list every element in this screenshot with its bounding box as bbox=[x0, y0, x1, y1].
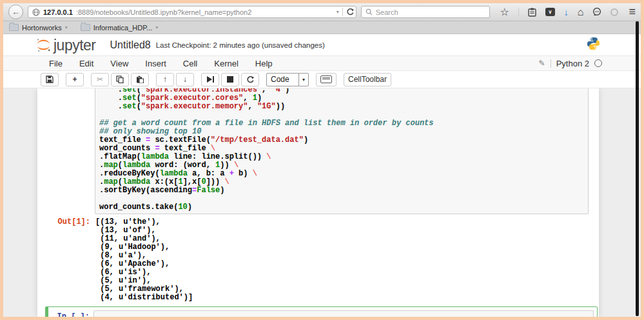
folder-icon bbox=[9, 24, 19, 31]
command-palette-button[interactable] bbox=[316, 73, 337, 86]
celltoolbar-label: CellToolbar bbox=[348, 75, 387, 84]
output-prompt: Out[1]: bbox=[37, 218, 90, 302]
restart-icon bbox=[246, 75, 255, 84]
stop-icon bbox=[227, 76, 233, 83]
browser-window: ← 127.0.0.1:8889/notebooks/Untitled8.ipy… bbox=[0, 0, 644, 320]
save-icon bbox=[46, 75, 54, 83]
select-arrow-icon: ▾ bbox=[298, 74, 308, 86]
menu-cell[interactable]: Cell bbox=[175, 59, 206, 68]
menu-kernel[interactable]: Kernel bbox=[206, 59, 247, 68]
reload-icon[interactable] bbox=[346, 8, 355, 16]
home-icon[interactable]: ⌂ bbox=[578, 7, 584, 17]
bookmark-label: Hortonworks bbox=[22, 24, 62, 32]
checkpoint-status: Last Checkpoint: 2 minutes ago (unsaved … bbox=[156, 41, 325, 49]
input-prompt: In [ ]: bbox=[48, 310, 93, 317]
cut-icon: ✂ bbox=[97, 75, 103, 84]
move-cell-up-button[interactable]: ↑ bbox=[156, 73, 174, 86]
copy-icon bbox=[116, 75, 124, 83]
menu-icon[interactable]: ≡ bbox=[629, 5, 636, 19]
code-editor[interactable]: .set("spark.executor.instances", "4") .s… bbox=[95, 88, 589, 214]
menu-help[interactable]: Help bbox=[247, 59, 281, 68]
jupyter-logo-text: jupyter bbox=[54, 38, 96, 53]
chat-icon[interactable] bbox=[592, 8, 601, 16]
kernel-indicator-area: ✎ Python 2 bbox=[539, 59, 602, 68]
run-icon bbox=[207, 76, 214, 83]
menu-view[interactable]: View bbox=[102, 59, 137, 68]
cell-type-value: Code bbox=[267, 75, 298, 84]
back-arrow-icon: ← bbox=[12, 7, 20, 17]
search-icon bbox=[366, 8, 373, 15]
restart-kernel-button[interactable] bbox=[241, 73, 259, 86]
code-cell-1[interactable]: .set("spark.executor.instances", "4") .s… bbox=[37, 88, 599, 214]
notebook-container: .set("spark.executor.instances", "4") .s… bbox=[37, 88, 599, 317]
jupyter-page: jupyter Untitled8 Last Checkpoint: 2 min… bbox=[3, 34, 641, 317]
interrupt-kernel-button[interactable] bbox=[221, 73, 239, 86]
chevron-down-icon: ▾ bbox=[155, 25, 158, 30]
keyboard-icon bbox=[320, 75, 332, 83]
sync-icon[interactable] bbox=[610, 8, 618, 16]
url-path: :8889/notebooks/Untitled8.ipynb?kernel_n… bbox=[76, 8, 251, 16]
pocket-icon[interactable]: ∨ bbox=[545, 8, 555, 16]
save-button[interactable] bbox=[41, 73, 59, 86]
arrow-down-icon: ↓ bbox=[183, 75, 187, 84]
chevron-down-icon: ▾ bbox=[65, 25, 68, 30]
notebook-header: jupyter Untitled8 Last Checkpoint: 2 min… bbox=[3, 34, 641, 55]
python-logo bbox=[586, 36, 601, 54]
url-bar[interactable]: 127.0.0.1:8889/notebooks/Untitled8.ipynb… bbox=[28, 6, 356, 18]
folder-icon bbox=[81, 24, 90, 31]
jupyter-logo[interactable]: jupyter bbox=[35, 37, 96, 53]
move-cell-down-button[interactable]: ↓ bbox=[176, 73, 194, 86]
plus-icon: + bbox=[72, 75, 77, 84]
browser-action-icons: ☆ ∨ ↓ ⌂ ≡ bbox=[500, 5, 636, 19]
celltoolbar-button[interactable]: CellToolbar bbox=[344, 73, 391, 86]
bookmark-label: Informatica_HDP... bbox=[93, 24, 153, 32]
downloads-icon[interactable]: ↓ bbox=[564, 8, 569, 17]
output-area: Out[1]: [(13, u'the'), (13, u'of'), (11,… bbox=[37, 218, 599, 302]
copy-cell-button[interactable] bbox=[111, 73, 129, 86]
empty-code-editor[interactable] bbox=[93, 310, 594, 317]
notebook-body: .set("spark.executor.instances", "4") .s… bbox=[3, 88, 641, 317]
menu-file[interactable]: File bbox=[41, 59, 71, 68]
add-cell-button[interactable]: + bbox=[66, 73, 84, 86]
kernel-name: Python 2 bbox=[556, 59, 589, 68]
paste-icon bbox=[136, 75, 144, 83]
back-button[interactable]: ← bbox=[8, 5, 23, 19]
jupyter-logo-icon bbox=[35, 37, 52, 53]
run-cell-button[interactable] bbox=[201, 73, 219, 86]
cut-cell-button[interactable]: ✂ bbox=[91, 73, 109, 86]
paste-cell-button[interactable] bbox=[131, 73, 149, 86]
search-input[interactable]: Search bbox=[361, 6, 491, 18]
output-text: [(13, u'the'), (13, u'of'), (11, u'and')… bbox=[95, 218, 193, 302]
bookmark-folder-informatica[interactable]: Informatica_HDP... ▾ bbox=[81, 24, 159, 32]
arrow-up-icon: ↑ bbox=[163, 75, 167, 84]
kernel-idle-icon bbox=[594, 59, 602, 67]
bookmark-star-icon[interactable]: ☆ bbox=[500, 7, 509, 17]
globe-icon bbox=[32, 8, 40, 16]
cell-type-select[interactable]: Code ▾ bbox=[266, 73, 309, 86]
search-placeholder: Search bbox=[376, 8, 398, 16]
code-cell-2-selected[interactable]: In [ ]: bbox=[45, 306, 598, 317]
notebook-title[interactable]: Untitled8 bbox=[110, 39, 151, 51]
url-host: 127.0.0.1 bbox=[43, 8, 73, 16]
menu-edit[interactable]: Edit bbox=[71, 59, 102, 68]
edit-mode-pencil-icon: ✎ bbox=[539, 59, 545, 68]
notebook-menubar: File Edit View Insert Cell Kernel Help ✎… bbox=[3, 55, 641, 71]
browser-toolbar: ← 127.0.0.1:8889/notebooks/Untitled8.ipy… bbox=[3, 3, 641, 21]
bookmarks-bar: Hortonworks ▾ Informatica_HDP... ▾ bbox=[3, 21, 641, 34]
menu-insert[interactable]: Insert bbox=[137, 59, 175, 68]
page-scrollbar[interactable] bbox=[636, 21, 639, 316]
notebook-toolbar: + ✂ ↑ ↓ bbox=[3, 71, 641, 88]
bookmark-folder-hortonworks[interactable]: Hortonworks ▾ bbox=[9, 24, 68, 32]
url-dropdown-icon[interactable]: ▾ bbox=[337, 9, 339, 15]
bookmarks-panel-icon[interactable] bbox=[528, 8, 536, 17]
